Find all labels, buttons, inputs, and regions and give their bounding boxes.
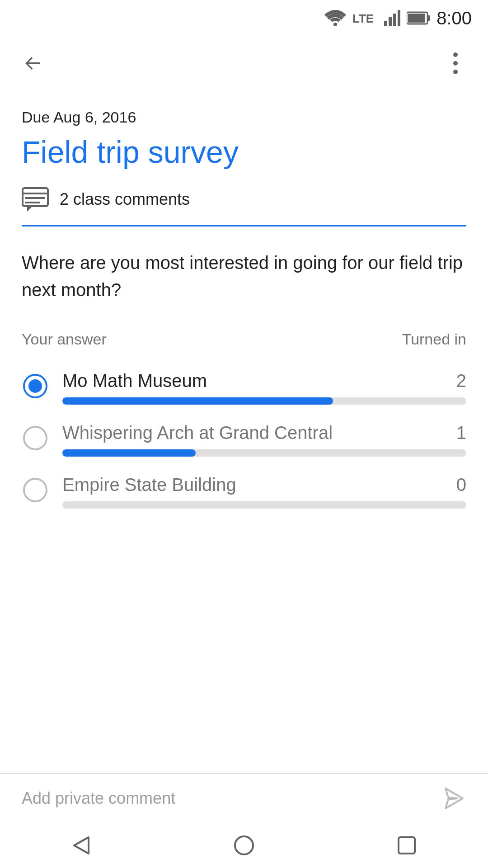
svg-rect-5 bbox=[398, 10, 400, 26]
battery-icon bbox=[407, 11, 430, 25]
option-count-0: 2 bbox=[456, 371, 466, 391]
radio-empty-1 bbox=[22, 425, 49, 452]
svg-marker-13 bbox=[27, 206, 33, 212]
svg-rect-3 bbox=[389, 17, 392, 26]
option-label-2: Empire State Building bbox=[62, 475, 236, 495]
option-content-2: Empire State Building 0 bbox=[62, 475, 466, 509]
send-icon-svg bbox=[441, 787, 465, 810]
option-content-1: Whispering Arch at Grand Central 1 bbox=[62, 423, 466, 457]
send-button[interactable] bbox=[439, 785, 466, 812]
svg-rect-17 bbox=[399, 837, 415, 854]
progress-fill-1 bbox=[62, 449, 196, 457]
svg-point-0 bbox=[333, 23, 337, 26]
options-list: Mo Math Museum 2 Whispering Arch at Gran… bbox=[22, 371, 466, 527]
radio-outer-selected bbox=[23, 374, 47, 398]
dot-1 bbox=[453, 52, 458, 57]
svg-marker-14 bbox=[446, 788, 463, 808]
option-label-1: Whispering Arch at Grand Central bbox=[62, 423, 333, 443]
status-icons: LTE 8:00 bbox=[324, 8, 472, 28]
svg-text:LTE: LTE bbox=[352, 12, 374, 25]
progress-fill-0 bbox=[62, 397, 333, 405]
svg-rect-7 bbox=[427, 15, 430, 21]
option-item-0[interactable]: Mo Math Museum 2 bbox=[22, 371, 466, 405]
option-count-1: 1 bbox=[456, 423, 466, 443]
your-answer-label: Your answer bbox=[22, 330, 107, 348]
radio-selected bbox=[22, 373, 49, 400]
svg-rect-8 bbox=[408, 14, 425, 23]
lte-icon: LTE bbox=[352, 10, 378, 26]
radio-empty-2 bbox=[22, 476, 49, 504]
comment-icon bbox=[22, 187, 49, 212]
option-content-0: Mo Math Museum 2 bbox=[62, 371, 466, 405]
option-label-row-2: Empire State Building 0 bbox=[62, 475, 466, 495]
nav-recent-icon bbox=[395, 834, 418, 857]
status-bar: LTE 8:00 bbox=[0, 0, 488, 36]
back-button[interactable] bbox=[16, 47, 49, 80]
question-text: Where are you most interested in going f… bbox=[22, 249, 466, 303]
top-app-bar bbox=[0, 36, 488, 90]
progress-track-1 bbox=[62, 449, 466, 457]
option-item-2[interactable]: Empire State Building 0 bbox=[22, 475, 466, 509]
comments-row[interactable]: 2 class comments bbox=[22, 187, 466, 225]
dot-3 bbox=[453, 70, 458, 74]
progress-track-2 bbox=[62, 501, 466, 509]
more-options-button[interactable] bbox=[439, 47, 472, 80]
turned-in-label: Turned in bbox=[402, 330, 466, 348]
back-arrow-icon bbox=[21, 52, 44, 75]
nav-back-button[interactable] bbox=[59, 823, 104, 868]
blue-divider bbox=[22, 225, 466, 226]
radio-unselected-2 bbox=[23, 478, 47, 502]
svg-rect-4 bbox=[393, 14, 396, 26]
bottom-comment-bar: Add private comment bbox=[0, 773, 488, 823]
due-date: Due Aug 6, 2016 bbox=[22, 108, 466, 126]
comment-input[interactable]: Add private comment bbox=[22, 789, 175, 808]
svg-marker-15 bbox=[74, 837, 89, 854]
nav-home-button[interactable] bbox=[221, 823, 267, 868]
option-label-row-0: Mo Math Museum 2 bbox=[62, 371, 466, 391]
answer-status-row: Your answer Turned in bbox=[22, 330, 466, 348]
progress-track-0 bbox=[62, 397, 466, 405]
dot-2 bbox=[453, 61, 458, 66]
survey-title: Field trip survey bbox=[22, 135, 466, 169]
signal-icon bbox=[384, 10, 400, 26]
nav-home-icon bbox=[232, 834, 256, 857]
nav-recent-button[interactable] bbox=[384, 823, 429, 868]
option-label-row-1: Whispering Arch at Grand Central 1 bbox=[62, 423, 466, 443]
wifi-icon bbox=[324, 10, 346, 26]
option-count-2: 0 bbox=[456, 475, 466, 495]
status-time: 8:00 bbox=[436, 8, 472, 28]
navigation-bar bbox=[0, 823, 488, 868]
radio-inner-selected bbox=[28, 379, 42, 393]
comments-label: 2 class comments bbox=[60, 190, 190, 209]
option-item-1[interactable]: Whispering Arch at Grand Central 1 bbox=[22, 423, 466, 457]
svg-point-16 bbox=[235, 836, 253, 854]
nav-back-icon bbox=[70, 834, 93, 857]
content-area: Due Aug 6, 2016 Field trip survey 2 clas… bbox=[0, 90, 488, 527]
radio-unselected-1 bbox=[23, 426, 47, 450]
svg-rect-2 bbox=[384, 21, 387, 26]
option-label-0: Mo Math Museum bbox=[62, 371, 207, 391]
